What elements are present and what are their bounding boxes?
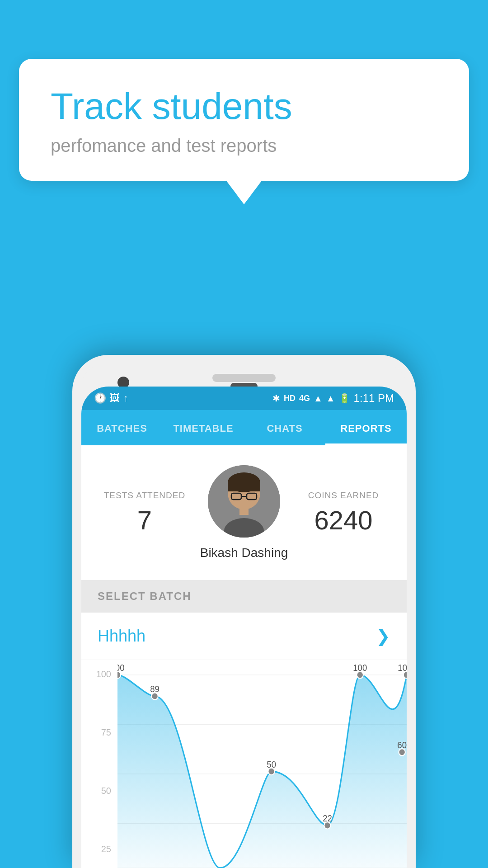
y-label-50: 50 — [81, 786, 117, 796]
speaker — [212, 374, 276, 382]
coins-earned-value: 6240 — [294, 505, 393, 535]
phone-screen: 🕐 🖼 ↑ ✱ HD 4G ▲ ▲ 🔋 1:11 PM BATCHES — [81, 387, 407, 868]
hd-label: HD — [284, 394, 296, 403]
phone-top — [81, 364, 407, 387]
chart-area: 100 75 50 25 — [81, 660, 407, 868]
clock-icon: 🕐 — [94, 392, 106, 404]
tab-reports[interactable]: REPORTS — [325, 410, 407, 445]
network-4g-label: 4G — [299, 394, 310, 403]
status-icons: 🕐 🖼 ↑ — [94, 392, 128, 404]
phone-frame: 🕐 🖼 ↑ ✱ HD 4G ▲ ▲ 🔋 1:11 PM BATCHES — [72, 355, 416, 868]
y-label-100: 100 — [81, 669, 117, 679]
tab-batches[interactable]: BATCHES — [81, 410, 163, 445]
tests-attended-label: TESTS ATTENDED — [95, 491, 194, 500]
tab-timetable[interactable]: TIMETABLE — [163, 410, 244, 445]
chevron-right-icon: ❯ — [376, 626, 390, 646]
svg-text:100: 100 — [398, 663, 407, 673]
svg-text:100: 100 — [117, 663, 124, 673]
svg-text:89: 89 — [150, 684, 160, 694]
svg-text:60: 60 — [397, 740, 407, 750]
tooltip-title: Track students — [51, 86, 437, 127]
battery-icon: 🔋 — [339, 393, 350, 404]
avatar-name: Bikash Dashing — [200, 546, 288, 560]
tooltip-subtitle: perfomance and test reports — [51, 136, 437, 156]
select-batch-label: SELECT BATCH — [98, 590, 192, 602]
batch-item[interactable]: Hhhhh ❯ — [81, 613, 407, 660]
y-label-25: 25 — [81, 844, 117, 854]
signal2-icon: ▲ — [326, 393, 335, 404]
share-icon: ↑ — [123, 392, 128, 404]
right-status-icons: ✱ HD 4G ▲ ▲ 🔋 1:11 PM — [272, 392, 394, 405]
svg-text:22: 22 — [323, 814, 332, 824]
avatar-block: Bikash Dashing — [194, 465, 294, 560]
coins-earned-block: COINS EARNED 6240 — [294, 491, 393, 535]
status-time: 1:11 PM — [354, 392, 394, 405]
signal1-icon: ▲ — [314, 393, 323, 404]
svg-rect-8 — [239, 507, 249, 515]
svg-rect-3 — [228, 482, 260, 491]
y-label-75: 75 — [81, 727, 117, 738]
tests-attended-block: TESTS ATTENDED 7 — [95, 491, 194, 535]
svg-text:50: 50 — [267, 760, 276, 769]
image-icon: 🖼 — [110, 392, 120, 404]
bluetooth-icon: ✱ — [272, 393, 280, 404]
tests-attended-value: 7 — [95, 505, 194, 535]
batch-name: Hhhhh — [98, 627, 145, 646]
avatar — [208, 465, 280, 538]
coins-earned-label: COINS EARNED — [294, 491, 393, 500]
chart-svg: 100 89 50 22 100 60 100 — [117, 660, 407, 868]
chart-y-labels: 100 75 50 25 — [81, 660, 117, 868]
profile-section: TESTS ATTENDED 7 — [81, 445, 407, 580]
select-batch-bar: SELECT BATCH — [81, 580, 407, 613]
status-bar: 🕐 🖼 ↑ ✱ HD 4G ▲ ▲ 🔋 1:11 PM — [81, 387, 407, 410]
nav-tabs: BATCHES TIMETABLE CHATS REPORTS — [81, 410, 407, 445]
svg-text:100: 100 — [353, 663, 367, 673]
tooltip-card: Track students perfomance and test repor… — [19, 59, 469, 181]
tab-chats[interactable]: CHATS — [244, 410, 325, 445]
